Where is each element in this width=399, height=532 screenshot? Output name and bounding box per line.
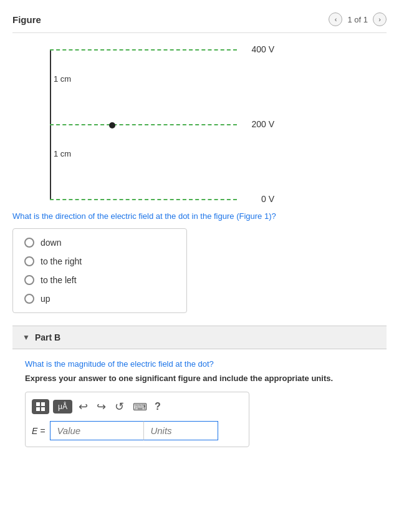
chevron-left-icon: ‹ — [335, 16, 337, 23]
radio-right[interactable] — [24, 256, 34, 266]
part-b-question: What is the magnitude of the electric fi… — [25, 359, 374, 369]
undo-button[interactable]: ↩ — [76, 399, 90, 415]
equation-label: E = — [32, 426, 45, 436]
refresh-button[interactable]: ↺ — [112, 399, 127, 415]
grid-icon — [36, 402, 46, 412]
part-b-instruction: Express your answer to one significant f… — [25, 374, 374, 383]
equation-row: E = — [32, 421, 243, 440]
units-input[interactable] — [143, 421, 218, 440]
diagram-area: 400 V 1 cm 200 V 1 cm 0 V — [37, 43, 237, 205]
value-input[interactable] — [50, 421, 143, 440]
part-b-header[interactable]: ▼ Part B — [12, 326, 387, 349]
svg-rect-2 — [36, 407, 40, 411]
cm-label-top: 1 cm — [54, 74, 71, 84]
redo-button[interactable]: ↪ — [94, 399, 108, 415]
keyboard-icon: ⌨ — [133, 402, 147, 412]
radio-up[interactable] — [24, 294, 34, 304]
figure-header: Figure ‹ 1 of 1 › — [12, 6, 387, 33]
keyboard-button[interactable]: ⌨ — [130, 400, 150, 414]
page-indicator: 1 of 1 — [347, 15, 368, 24]
electric-field-dot — [109, 122, 115, 128]
pagination-control: ‹ 1 of 1 › — [329, 12, 387, 26]
choice-up-label: up — [41, 294, 50, 304]
help-button[interactable]: ? — [155, 401, 161, 412]
collapse-arrow-icon[interactable]: ▼ — [22, 333, 30, 342]
choice-right[interactable]: to the right — [24, 256, 175, 266]
svg-rect-1 — [41, 402, 45, 406]
part-b-content: What is the magnitude of the electric fi… — [12, 349, 387, 457]
answer-box: μÅ ↩ ↪ ↺ ⌨ ? E = — [25, 392, 249, 447]
choice-up[interactable]: up — [24, 294, 175, 304]
voltage-line-top: 400 V — [50, 49, 237, 51]
svg-rect-0 — [36, 402, 40, 406]
figure-title: Figure — [12, 14, 41, 25]
voltage-label-bot: 0 V — [261, 194, 274, 204]
choice-left[interactable]: to the left — [24, 275, 175, 285]
choice-down-label: down — [41, 238, 61, 248]
chevron-right-icon: › — [378, 16, 381, 23]
choice-down[interactable]: down — [24, 238, 175, 248]
voltage-line-bot: 0 V — [50, 199, 237, 200]
choice-right-label: to the right — [41, 256, 82, 266]
radio-down[interactable] — [24, 238, 34, 248]
prev-page-button[interactable]: ‹ — [329, 12, 342, 26]
choice-left-label: to the left — [41, 275, 77, 285]
greek-button[interactable]: μÅ — [53, 400, 72, 414]
answer-toolbar: μÅ ↩ ↪ ↺ ⌨ ? — [32, 399, 243, 415]
part-a-question: What is the direction of the electric fi… — [12, 211, 387, 221]
voltage-label-mid: 200 V — [251, 119, 274, 129]
radio-left[interactable] — [24, 275, 34, 285]
next-page-button[interactable]: › — [373, 12, 387, 26]
choices-box: down to the right to the left up — [12, 228, 187, 313]
part-b-label: Part B — [35, 332, 60, 342]
voltage-line-mid: 200 V — [50, 124, 237, 125]
grid-icon-button[interactable] — [32, 399, 49, 414]
cm-label-bot: 1 cm — [54, 149, 71, 158]
voltage-label-top: 400 V — [251, 44, 274, 54]
svg-rect-3 — [41, 407, 45, 411]
page-container: Figure ‹ 1 of 1 › 400 V 1 cm 200 V 1 cm — [0, 0, 399, 463]
